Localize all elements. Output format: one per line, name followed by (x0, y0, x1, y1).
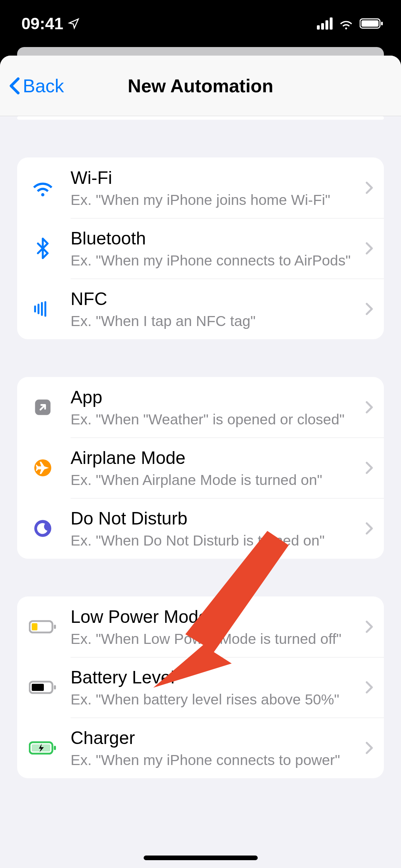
row-app-title: App (71, 387, 365, 408)
row-battery-level-text: Battery Level Ex. "When battery level ri… (71, 667, 365, 708)
row-dnd-text: Do Not Disturb Ex. "When Do Not Disturb … (71, 508, 365, 549)
back-button[interactable]: Back (0, 75, 64, 97)
row-charger-sub: Ex. "When my iPhone connects to power" (71, 752, 365, 769)
group-settings-triggers: App Ex. "When "Weather" is opened or clo… (17, 377, 384, 559)
chevron-right-icon (365, 681, 373, 694)
chevron-right-icon (365, 522, 373, 535)
chevron-right-icon (365, 401, 373, 414)
row-airplane-text: Airplane Mode Ex. "When Airplane Mode is… (71, 448, 365, 489)
row-charger[interactable]: Charger Ex. "When my iPhone connects to … (17, 718, 384, 778)
partial-clip: —————— (17, 116, 384, 120)
airplane-icon (26, 459, 60, 477)
row-charger-text: Charger Ex. "When my iPhone connects to … (71, 728, 365, 769)
row-low-power-text: Low Power Mode Ex. "When Low Power Mode … (71, 606, 365, 647)
modal-sheet: Back New Automation —————— Ex. "When I g… (0, 56, 401, 868)
status-time: 09:41 (21, 14, 80, 33)
wifi-status-icon (338, 17, 354, 30)
scroll-content[interactable]: —————— Ex. "When I get a message from Mo… (0, 116, 401, 821)
row-wifi-title: Wi-Fi (71, 167, 365, 188)
svg-rect-1 (361, 20, 379, 27)
row-battery-level[interactable]: Battery Level Ex. "When battery level ri… (17, 657, 384, 718)
chevron-right-icon (365, 303, 373, 315)
row-airplane[interactable]: Airplane Mode Ex. "When Airplane Mode is… (17, 438, 384, 498)
chevron-right-icon (365, 242, 373, 255)
navigation-bar: Back New Automation (0, 56, 401, 116)
chevron-right-icon (365, 461, 373, 474)
row-low-power-title: Low Power Mode (71, 606, 365, 627)
charger-icon (26, 741, 60, 755)
chevron-right-icon (365, 742, 373, 754)
row-nfc-sub: Ex. "When I tap an NFC tag" (71, 313, 365, 330)
row-dnd[interactable]: Do Not Disturb Ex. "When Do Not Disturb … (17, 498, 384, 559)
row-bluetooth-title: Bluetooth (71, 228, 365, 249)
row-bluetooth[interactable]: Bluetooth Ex. "When my iPhone connects t… (17, 218, 384, 279)
row-bluetooth-sub: Ex. "When my iPhone connects to AirPods" (71, 252, 365, 269)
row-charger-title: Charger (71, 728, 365, 748)
svg-rect-13 (54, 746, 56, 750)
row-wifi-text: Wi-Fi Ex. "When my iPhone joins home Wi-… (71, 167, 365, 208)
row-bluetooth-text: Bluetooth Ex. "When my iPhone connects t… (71, 228, 365, 269)
row-nfc[interactable]: NFC Ex. "When I tap an NFC tag" (17, 279, 384, 339)
status-indicators (317, 17, 384, 30)
row-nfc-text: NFC Ex. "When I tap an NFC tag" (71, 289, 365, 330)
chevron-left-icon (9, 77, 21, 95)
row-low-power[interactable]: Low Power Mode Ex. "When Low Power Mode … (17, 596, 384, 657)
svg-rect-7 (54, 625, 56, 629)
app-open-icon (26, 398, 60, 417)
row-wifi-sub: Ex. "When my iPhone joins home Wi-Fi" (71, 192, 365, 208)
nfc-icon (26, 300, 60, 317)
low-power-icon (26, 620, 60, 634)
moon-icon (26, 519, 60, 538)
svg-rect-2 (381, 22, 383, 25)
chevron-right-icon (365, 620, 373, 633)
row-airplane-title: Airplane Mode (71, 448, 365, 468)
row-airplane-sub: Ex. "When Airplane Mode is turned on" (71, 472, 365, 489)
svg-rect-10 (54, 685, 56, 689)
svg-rect-8 (32, 623, 37, 630)
row-dnd-sub: Ex. "When Do Not Disturb is turned on" (71, 532, 365, 549)
row-battery-level-title: Battery Level (71, 667, 365, 688)
home-indicator[interactable] (144, 856, 258, 860)
row-battery-level-sub: Ex. "When battery level rises above 50%" (71, 691, 365, 708)
battery-status-icon (360, 18, 384, 29)
svg-rect-11 (32, 684, 44, 691)
status-time-text: 09:41 (21, 14, 63, 33)
group-battery: Low Power Mode Ex. "When Low Power Mode … (17, 596, 384, 778)
battery-level-icon (26, 680, 60, 694)
row-app-sub: Ex. "When "Weather" is opened or closed" (71, 411, 365, 428)
bluetooth-icon (26, 238, 60, 259)
row-low-power-sub: Ex. "When Low Power Mode is turned off" (71, 631, 365, 647)
group-connectivity: Wi-Fi Ex. "When my iPhone joins home Wi-… (17, 157, 384, 339)
row-nfc-title: NFC (71, 289, 365, 309)
wifi-icon (26, 179, 60, 196)
chevron-right-icon (365, 181, 373, 194)
row-app[interactable]: App Ex. "When "Weather" is opened or clo… (17, 377, 384, 438)
back-label: Back (23, 75, 64, 97)
row-dnd-title: Do Not Disturb (71, 508, 365, 529)
status-bar: 09:41 (0, 0, 401, 47)
row-app-text: App Ex. "When "Weather" is opened or clo… (71, 387, 365, 428)
row-wifi[interactable]: Wi-Fi Ex. "When my iPhone joins home Wi-… (17, 157, 384, 218)
partial-prev-group: —————— Ex. "When I get a message from Mo… (17, 116, 384, 120)
location-icon (68, 17, 80, 30)
cellular-icon (317, 17, 333, 30)
